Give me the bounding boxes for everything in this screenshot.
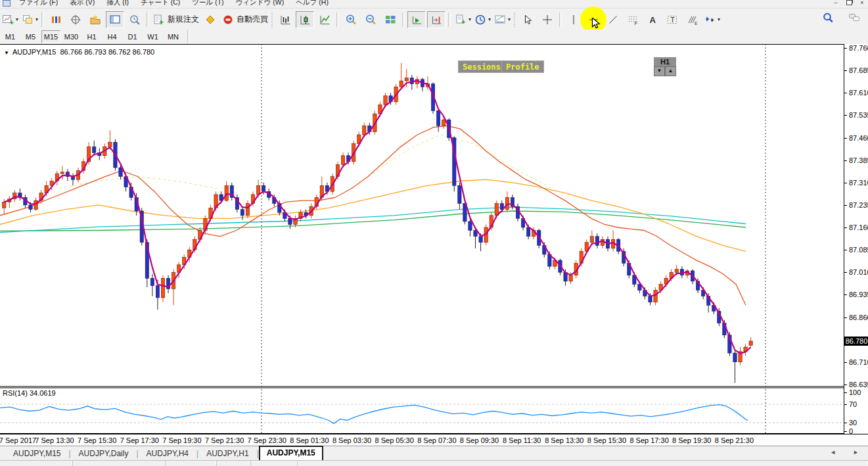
axis-tick: [844, 70, 847, 71]
close-button[interactable]: ×: [857, 0, 867, 7]
chart-window: ▼AUDJPY,M15 86.766 86.793 86.762 86.780 …: [0, 44, 868, 446]
chart-shift-icon: [430, 14, 443, 26]
strategy-tester-button[interactable]: [126, 11, 144, 28]
price-axis-label: 86.860: [849, 314, 868, 321]
price-axis-label: 87.760: [849, 44, 868, 52]
timeframe-m15-button[interactable]: M15: [41, 30, 60, 43]
chevron-down-icon[interactable]: ▾: [16, 16, 18, 22]
shapes-button[interactable]: E: [683, 11, 701, 28]
arrows-button[interactable]: ▾: [702, 11, 721, 28]
timeframe-bar: M1M5M15M30H1H4D1W1MN: [0, 30, 868, 45]
terminal-icon: [108, 14, 122, 26]
text-label-button[interactable]: T: [663, 11, 681, 28]
profile-button[interactable]: Profile: [501, 60, 544, 73]
auto-scroll-button[interactable]: [407, 11, 426, 28]
axis-tick: [844, 183, 847, 183]
menu-item[interactable]: ヘルプ (H): [290, 0, 334, 6]
cursor-button[interactable]: [518, 11, 537, 28]
timeframe-m1-button[interactable]: M1: [1, 30, 20, 43]
timeframe-up-button[interactable]: ▲: [665, 66, 676, 76]
price-axis-label: 86.710: [849, 358, 868, 366]
indicators-list-button[interactable]: +▾: [453, 11, 472, 28]
chart-tab[interactable]: AUDJPY,H1: [198, 448, 256, 459]
chevron-down-icon[interactable]: ▾: [488, 16, 491, 22]
menu-item[interactable]: ツール (T): [186, 0, 229, 6]
status-cell: [0, 461, 73, 466]
crosshair-button[interactable]: [538, 11, 557, 28]
horizontal-line-button[interactable]: [584, 11, 603, 28]
timeframe-m5-button[interactable]: M5: [21, 30, 40, 43]
timeframe-d1-button[interactable]: D1: [123, 30, 142, 43]
data-window-button[interactable]: [66, 11, 85, 28]
strategy-tester-icon: [128, 14, 141, 26]
chevron-down-icon[interactable]: ▾: [468, 16, 471, 22]
sessions-button[interactable]: Sessions: [458, 60, 505, 73]
time-axis-label: 8 Sep 05:30: [375, 436, 414, 444]
toolbar-right: [818, 9, 864, 26]
menu-item[interactable]: チャート (C): [135, 0, 186, 6]
svg-text:E: E: [695, 21, 698, 26]
new-order-button[interactable]: +新規注文: [152, 11, 200, 28]
new-chart-button[interactable]: +▾: [1, 11, 19, 28]
zoom-out-button[interactable]: [361, 11, 380, 28]
chart-tab[interactable]: AUDJPY,M15: [5, 448, 68, 459]
price-axis-label: 87.610: [849, 89, 868, 97]
metaeditor-button[interactable]: [201, 11, 219, 28]
price-axis-label: 87.310: [849, 179, 868, 187]
tab-scroll-right-button[interactable]: ►: [853, 449, 859, 455]
shapes-icon: E: [685, 14, 698, 26]
toolbar-separator: [41, 12, 44, 27]
trendline-button[interactable]: [604, 11, 622, 28]
price-chart-canvas[interactable]: [0, 44, 844, 434]
navigator-button[interactable]: ★: [86, 11, 104, 28]
menu-item[interactable]: ウィンドウ (W): [230, 0, 290, 6]
time-axis-label: 7 Sep 13:30: [35, 436, 74, 444]
chart-tab[interactable]: AUDJPY,M15: [259, 446, 323, 460]
market-watch-button[interactable]: [47, 11, 65, 28]
candlestick-chart-button[interactable]: [296, 11, 314, 28]
axis-tick: [844, 205, 847, 206]
price-axis[interactable]: 87.76087.68587.61087.53587.46087.38587.3…: [844, 44, 868, 434]
timeframe-h1-button[interactable]: H1: [82, 30, 101, 43]
menu-item[interactable]: 表示 (V): [64, 0, 101, 6]
timeframe-w1-button[interactable]: W1: [143, 30, 162, 43]
chevron-down-icon[interactable]: ▾: [35, 16, 38, 22]
timeframe-h4-button[interactable]: H4: [103, 30, 122, 43]
profiles-button[interactable]: ▾: [20, 11, 39, 28]
time-axis-label: 7 Sep 23:30: [248, 436, 286, 444]
search-button[interactable]: [819, 9, 837, 26]
toolbar: +▾▾★+新規注文自動売買+▾▾▾FATE▾: [0, 8, 868, 31]
chart-shift-button[interactable]: [427, 11, 445, 28]
chevron-down-icon[interactable]: ▾: [508, 16, 511, 22]
menu-item[interactable]: 挿入 (I): [101, 0, 135, 6]
restore-button[interactable]: [844, 0, 854, 7]
metaeditor-icon: [204, 14, 217, 26]
time-axis-label: 7 Sep 2017: [0, 436, 36, 444]
line-chart-button[interactable]: [315, 11, 334, 28]
timeframe-mn-button[interactable]: MN: [164, 30, 183, 43]
cursor-icon: [521, 14, 534, 26]
chevron-down-icon[interactable]: ▾: [718, 16, 720, 22]
zoom-in-button[interactable]: [342, 11, 360, 28]
community-chat-button[interactable]: [845, 9, 863, 26]
fibonacci-button[interactable]: F: [624, 11, 642, 28]
bar-chart-button[interactable]: [276, 11, 294, 28]
time-axis-label: 8 Sep 19:30: [672, 436, 711, 444]
tab-scroll-left-button[interactable]: ◄: [830, 449, 836, 455]
menu-item[interactable]: ファイル (F): [13, 0, 64, 6]
toolbar-separator: [147, 12, 149, 27]
timeframe-m30-button[interactable]: M30: [62, 30, 81, 43]
time-axis[interactable]: 7 Sep 20177 Sep 13:307 Sep 15:307 Sep 17…: [0, 434, 868, 446]
terminal-button[interactable]: [106, 11, 124, 28]
vertical-line-button[interactable]: [564, 11, 583, 28]
chart-tab[interactable]: AUDJPY,H4: [139, 448, 196, 459]
chart-tab[interactable]: AUDJPY,Daily: [71, 448, 137, 459]
minimize-button[interactable]: –: [831, 0, 840, 7]
timeframe-down-button[interactable]: ▼: [654, 66, 665, 76]
tile-windows-button[interactable]: [381, 11, 400, 28]
periods-button[interactable]: ▾: [473, 11, 491, 28]
indicators-list-icon: +: [454, 14, 467, 26]
text-button[interactable]: A: [643, 11, 662, 28]
templates-button[interactable]: ▾: [493, 11, 511, 28]
auto-trading-button[interactable]: 自動売買: [221, 11, 269, 28]
